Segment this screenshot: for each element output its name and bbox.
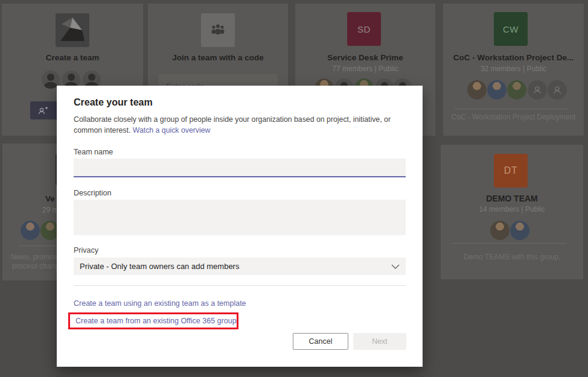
card-description: News, promos, process chang — [8, 253, 59, 271]
avatar-photo — [467, 80, 487, 100]
privacy-label: Privacy — [74, 246, 98, 255]
card-coc-workstation[interactable]: CW CoC - Workstation Project De... 32 me… — [443, 4, 584, 136]
create-team-icon — [56, 13, 89, 47]
card-divider — [18, 246, 59, 246]
card-title: CoC - Workstation Project De... — [443, 53, 584, 62]
avatar-outline — [548, 80, 567, 100]
card-members-meta: 77 members | Public — [295, 65, 435, 73]
card-title: Ve — [45, 194, 55, 203]
watch-overview-link[interactable]: Watch a quick overview — [133, 126, 211, 135]
card-demo-team[interactable]: DT DEMO TEAM 14 members | Public Demo TE… — [441, 145, 583, 279]
team-avatar-square: SD — [347, 12, 381, 46]
avatar-photo — [507, 80, 526, 100]
avatar-photo — [487, 80, 507, 100]
card-divider — [452, 243, 566, 244]
card-members-meta: 29 m — [42, 206, 59, 214]
card-title: DEMO TEAM — [441, 194, 583, 203]
privacy-selected-value: Private - Only team owners can add membe… — [80, 262, 239, 271]
dialog-description: Collaborate closely with a group of peop… — [74, 114, 412, 136]
chevron-down-icon — [391, 264, 400, 269]
description-label: Description — [74, 189, 112, 197]
next-button[interactable]: Next — [353, 333, 406, 350]
join-team-icon-square — [201, 13, 235, 47]
card-members-meta: 32 members | Public — [443, 65, 584, 73]
create-your-team-dialog: Create your team Collaborate closely wit… — [57, 86, 423, 367]
people-icon — [209, 23, 227, 37]
team-name-input[interactable] — [74, 159, 406, 177]
card-members-meta: 14 members | Public — [441, 205, 583, 214]
card-divider — [455, 109, 567, 109]
highlight-red-box: Create a team from an existing Office 36… — [68, 312, 238, 329]
template-link-row: Create a team using an existing team as … — [74, 299, 246, 308]
divider — [74, 285, 406, 286]
card-title: Join a team with a code — [148, 53, 288, 62]
team-avatar-square: CW — [494, 12, 528, 46]
avatar-outline — [528, 80, 547, 100]
teams-gallery-screen: Create a team Join a team with a code SD — [0, 0, 588, 377]
privacy-dropdown[interactable]: Private - Only team owners can add membe… — [74, 258, 406, 275]
team-avatar-square: DT — [494, 154, 528, 188]
description-textarea[interactable] — [74, 200, 406, 235]
origami-create-icon — [56, 13, 89, 47]
card-title: Service Desk Prime — [295, 53, 435, 62]
card-description: CoC - Workstation Project Deployment — [443, 113, 584, 121]
team-name-label: Team name — [74, 148, 113, 156]
cancel-button[interactable]: Cancel — [293, 333, 348, 350]
avatar-photo — [490, 221, 510, 240]
avatar-photo — [510, 221, 529, 240]
person-outline-icon — [532, 84, 543, 95]
card-title: Create a team — [2, 53, 143, 62]
card-description: Demo TEAMS with this group. — [441, 253, 583, 261]
add-person-icon — [37, 106, 48, 115]
create-from-template-link[interactable]: Create a team using an existing team as … — [74, 299, 246, 308]
person-outline-icon — [552, 84, 563, 95]
avatar-photo — [21, 221, 40, 240]
create-from-office365-group-link[interactable]: Create a team from an existing Office 36… — [75, 317, 237, 325]
dialog-title: Create your team — [74, 97, 153, 108]
